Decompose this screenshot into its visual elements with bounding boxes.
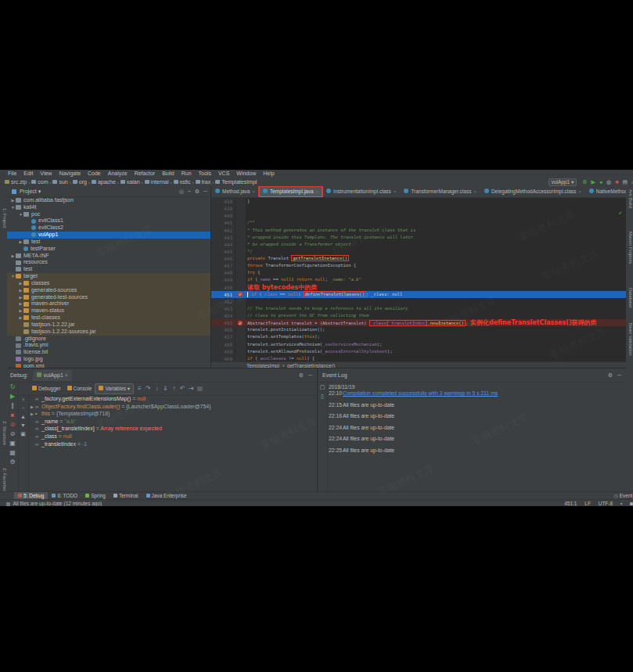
editor-tab[interactable]: NativeMethodAccessorImpl.class× <box>585 186 626 196</box>
code-line[interactable]: 451✔ if (_class == null) defineTransletC… <box>211 291 626 298</box>
event-link[interactable]: Compilation completed successfully with … <box>343 390 498 396</box>
code-line[interactable]: 450 读取 bytecodes中的类 <box>211 284 626 291</box>
tree-expand-arrow[interactable]: ▼ <box>10 273 16 280</box>
tree-expand-arrow[interactable]: ▶ <box>10 197 16 204</box>
rerun-icon[interactable]: ↻ <box>7 383 18 392</box>
tree-item[interactable]: fastjson-1.2.22.jar <box>7 322 210 329</box>
code-line[interactable]: 438 } <box>211 198 626 205</box>
coverage-icon[interactable]: ◍ <box>606 179 611 185</box>
tree-item[interactable]: .travis.yml <box>7 342 210 349</box>
debug-tab-debugger[interactable]: Debugger <box>29 383 64 395</box>
close-tab-icon[interactable]: × <box>394 189 397 194</box>
file-encoding[interactable]: UTF-8 <box>599 501 613 506</box>
tree-item[interactable]: test <box>7 266 210 273</box>
tree-item[interactable]: logo.jpg <box>7 356 210 363</box>
tree-item[interactable]: ▶com.alibaba.fastjson <box>7 197 210 204</box>
breadcrumb-item[interactable]: apache <box>92 179 116 185</box>
tree-expand-arrow[interactable]: ▶ <box>18 280 23 287</box>
editor-tab[interactable]: Method.java× <box>211 186 259 196</box>
stop-icon[interactable]: ■ <box>7 411 18 420</box>
menu-item-edit[interactable]: Edit <box>23 171 33 176</box>
mute-breakpoints-icon[interactable]: ⊘ <box>7 429 18 439</box>
add-watch-icon[interactable]: ＋ <box>18 395 28 404</box>
breadcrumb-item[interactable]: com <box>31 179 48 185</box>
hide-icon[interactable]: ─ <box>617 372 621 378</box>
step-into-icon[interactable]: ↓ <box>153 383 161 395</box>
move-down-icon[interactable]: ▼ <box>18 421 28 429</box>
debug-tab-console[interactable]: Console <box>64 383 95 395</box>
variable-row[interactable]: ∞_name = "a.b" <box>29 418 317 426</box>
breadcrumb-item[interactable]: TemplatesImpl <box>215 179 257 185</box>
lock-icon[interactable]: ▪ <box>620 501 622 506</box>
menu-item-help[interactable]: Help <box>263 171 274 176</box>
tree-expand-arrow[interactable]: ▶ <box>18 294 23 301</box>
hector-icon[interactable]: ◙ <box>630 501 633 506</box>
menu-item-analyze[interactable]: Analyze <box>108 171 128 176</box>
project-structure-icon[interactable]: ▤ <box>622 179 628 185</box>
breadcrumb-item[interactable]: xalan <box>120 179 140 185</box>
tree-expand-arrow[interactable]: ▶ <box>18 287 23 294</box>
tree-item[interactable]: ▶classes <box>7 280 210 287</box>
breadcrumb-item[interactable]: org <box>73 179 87 185</box>
tool-window-button[interactable]: Ant Build <box>628 189 633 208</box>
menu-item-vcs[interactable]: VCS <box>218 171 229 176</box>
menu-item-tools[interactable]: Tools <box>199 171 211 176</box>
code-line[interactable]: 444 * be wrapped inside a Transformer ob… <box>211 241 626 248</box>
build-icon[interactable]: ⚙ <box>582 179 587 185</box>
variable-row[interactable]: ∞_class[_transletIndex] = Array referenc… <box>29 425 317 433</box>
tree-item[interactable]: ▶maven-status <box>7 307 210 314</box>
tree-item[interactable]: .gitignore <box>7 336 210 343</box>
resume-icon[interactable]: ▶ <box>7 392 18 401</box>
pause-icon[interactable]: ∥ <box>7 401 18 411</box>
run-configuration-select[interactable]: vulApp1 ▾ <box>548 178 577 186</box>
tree-item[interactable]: evilClass1 <box>7 217 210 225</box>
tree-item[interactable]: ▼kali4t <box>7 204 210 211</box>
breadcrumb-item[interactable]: src.zip <box>5 179 27 185</box>
code-line[interactable]: 458 translet.setServicesMechnism(_useSer… <box>211 341 626 348</box>
code-line[interactable]: 456 translet.postInitialization(); <box>211 326 626 333</box>
code-line[interactable]: 442 * This method generates an instance … <box>211 227 626 234</box>
tree-item[interactable]: evilClass2 <box>7 225 210 232</box>
code-line[interactable]: 454 // class to prevent the GC from coll… <box>211 312 626 319</box>
code-line[interactable]: 460 if (_auxClasses != null) { <box>211 355 626 361</box>
tree-expand-arrow[interactable]: ▶ <box>18 239 23 246</box>
editor-tab[interactable]: InstrumentationImpl.class× <box>322 186 400 196</box>
breadcrumb-item[interactable]: internal <box>145 179 169 185</box>
run-to-cursor-icon[interactable]: ⇥ <box>187 383 196 395</box>
line-separator[interactable]: LF <box>584 501 591 506</box>
view-breakpoints-icon[interactable]: ⊘ <box>7 420 18 429</box>
tree-expand-arrow[interactable]: ▼ <box>18 211 23 218</box>
tree-expand-arrow[interactable]: ▶ <box>18 307 23 314</box>
variable-row[interactable]: ▶▪this = {TemplatesImpl@718} <box>29 410 317 418</box>
variable-row[interactable]: ∞_class = null <box>29 433 317 440</box>
stop-icon[interactable]: ■ <box>615 179 618 185</box>
debug-icon[interactable]: ● <box>599 179 602 185</box>
evaluate-expression-icon[interactable]: ▦ <box>196 383 204 395</box>
tree-item[interactable]: testParser <box>7 246 210 253</box>
tree-expand-arrow[interactable]: ▶ <box>10 253 16 260</box>
tree-item[interactable]: ▶test-classes <box>7 314 210 322</box>
tree-item[interactable]: ▶generated-test-sources <box>7 294 210 301</box>
code-line[interactable]: 443 * wrapped inside this Template. The … <box>211 234 626 241</box>
code-line[interactable]: 449 if (_name == null) return null; _nam… <box>211 276 626 283</box>
code-line[interactable]: 448 try { <box>211 269 626 276</box>
tree-item[interactable]: ▶META-INF <box>7 253 210 260</box>
tree-expand-arrow[interactable]: ▶ <box>18 314 23 322</box>
tool-window-button[interactable]: Maven Projects <box>628 232 633 264</box>
close-tab-icon[interactable]: × <box>578 189 581 194</box>
show-balloons-icon[interactable]: ▢ <box>318 383 327 392</box>
tree-expand-arrow[interactable]: ▼ <box>10 204 16 211</box>
thread-dump-icon[interactable]: ▣ <box>7 439 18 448</box>
tool-window-button[interactable]: Database <box>628 288 633 308</box>
settings-icon[interactable]: ⚙ <box>608 372 613 378</box>
code-line[interactable]: 457 translet.setTemplates(this); <box>211 333 626 340</box>
close-tab-icon[interactable]: × <box>316 189 319 194</box>
tree-item[interactable]: license.txt <box>7 349 210 356</box>
step-over-icon[interactable]: ↷ <box>144 383 153 395</box>
run-icon[interactable]: ▶ <box>591 179 595 185</box>
tree-item[interactable]: resources <box>7 259 210 266</box>
code-line[interactable]: 446 private Translet getTransletInstance… <box>211 255 626 262</box>
variable-row[interactable]: ∞_transletIndex = -1 <box>29 440 317 448</box>
tree-item[interactable]: fastjson-1.2.22-sources.jar <box>7 329 210 336</box>
breadcrumb-item[interactable]: trax <box>196 179 211 185</box>
